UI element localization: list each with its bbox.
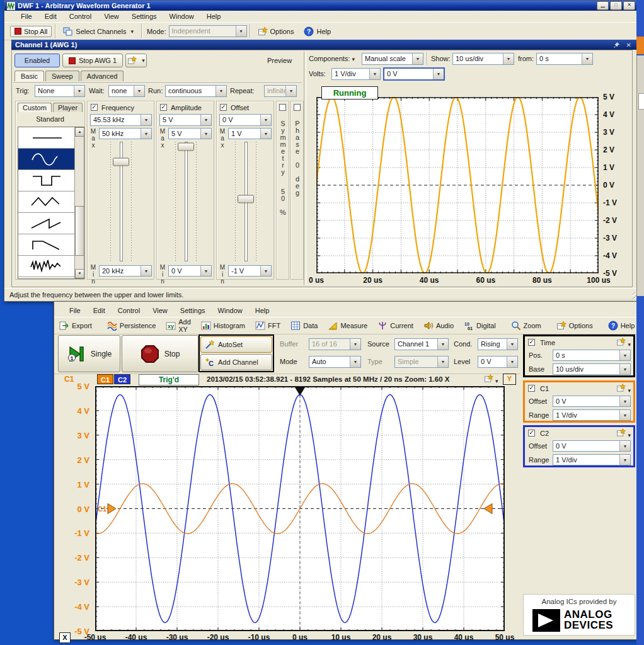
c2-settings-button[interactable] — [616, 428, 631, 438]
trig-select[interactable]: None — [35, 85, 85, 97]
data-button[interactable]: Data — [286, 319, 322, 333]
audio-button[interactable]: Audio — [419, 319, 458, 333]
menu-item-help[interactable]: Help — [249, 305, 276, 316]
c2-checkbox[interactable] — [528, 430, 535, 437]
time-pos-select[interactable]: 0 s — [553, 350, 631, 361]
select-channels-button[interactable]: Select Channels — [59, 25, 138, 38]
run-select[interactable]: continuous — [165, 85, 227, 97]
tab-player[interactable]: Player — [53, 103, 83, 112]
c1-range-select[interactable]: 1 V/div — [553, 409, 631, 421]
from-select[interactable]: 0 s — [536, 53, 593, 65]
export-button[interactable]: Export — [55, 319, 96, 333]
panel-close-icon[interactable]: ✕ — [626, 42, 631, 49]
waveform-list[interactable]: ▲ ▼ — [18, 127, 84, 279]
x-axis-button[interactable]: X — [59, 632, 71, 643]
enabled-toggle-button[interactable]: Enabled — [14, 54, 60, 67]
amplitude-min-select[interactable]: 0 V — [168, 265, 212, 277]
scale-mode-select[interactable]: Manual scale — [362, 53, 423, 65]
close-button[interactable]: ✕ — [623, 1, 635, 10]
waveform-item-triangle[interactable] — [18, 191, 75, 213]
frequency-checkbox[interactable] — [91, 104, 98, 111]
tab-c2[interactable]: C2 — [114, 374, 130, 384]
menu-item-edit[interactable]: Edit — [38, 11, 63, 21]
amplitude-slider[interactable] — [171, 142, 200, 261]
zoom-button[interactable]: Zoom — [507, 319, 546, 333]
menu-item-window[interactable]: Window — [212, 305, 249, 316]
volts-select[interactable]: 1 V/div — [331, 68, 381, 80]
amplitude-value-select[interactable]: 5 V — [159, 114, 212, 126]
amplitude-max-select[interactable]: 5 V — [168, 128, 212, 139]
tab-sweep[interactable]: Sweep — [45, 71, 79, 81]
stop-awg1-button[interactable]: Stop AWG 1 — [62, 54, 123, 67]
symmetry-checkbox[interactable] — [279, 104, 286, 111]
histogram-button[interactable]: Histogram — [197, 319, 250, 333]
waveform-item-ramp-up[interactable] — [18, 213, 75, 234]
menu-item-view[interactable]: View — [146, 305, 174, 316]
options-button[interactable]: Options — [552, 319, 597, 333]
acq-mode-select[interactable]: Auto — [309, 356, 361, 368]
add-xy-button[interactable]: xyAdd XY — [161, 316, 195, 335]
mode-select[interactable]: Independent — [169, 25, 247, 37]
waveform-item-noise[interactable] — [18, 256, 75, 277]
menu-item-edit[interactable]: Edit — [87, 305, 112, 316]
level-select[interactable]: 0 V — [478, 356, 518, 368]
frequency-value-select[interactable]: 45.53 kHz — [90, 114, 152, 126]
fft-button[interactable]: FFT — [251, 319, 285, 333]
time-checkbox[interactable] — [528, 339, 535, 346]
tab-basic[interactable]: Basic — [14, 71, 44, 81]
add-channel-button[interactable]: C Add Channel — [200, 354, 272, 370]
maximize-button[interactable]: □ — [610, 1, 622, 10]
time-settings-button[interactable] — [616, 338, 631, 348]
help-button[interactable]: ?Help — [604, 319, 640, 333]
tab-advanced[interactable]: Advanced — [81, 71, 124, 81]
frequency-slider-thumb[interactable] — [113, 158, 129, 166]
buffer-select[interactable]: 16 of 16 — [309, 338, 361, 350]
persistence-button[interactable]: Persistence — [103, 319, 160, 333]
offset-value-select[interactable]: 0 V — [219, 114, 272, 126]
frequency-slider[interactable] — [106, 142, 135, 261]
cond-select[interactable]: Rising — [478, 338, 518, 350]
offset-max-select[interactable]: 1 V — [228, 128, 272, 139]
c1-checkbox[interactable] — [528, 385, 535, 392]
pin-icon[interactable] — [613, 42, 620, 49]
minimize-button[interactable]: ▁ — [597, 1, 609, 10]
scroll-up-icon[interactable]: ▲ — [75, 127, 84, 137]
components-dropdown[interactable]: Components: — [309, 55, 355, 62]
tab-c1[interactable]: C1 — [97, 374, 113, 384]
volts-offset-select[interactable]: 0 V — [384, 68, 444, 80]
scope-plot[interactable]: C1 — [95, 386, 505, 631]
menu-item-window[interactable]: Window — [163, 11, 200, 21]
time-base-select[interactable]: 10 us/div — [553, 363, 631, 375]
source-select[interactable]: Channel 1 — [394, 338, 449, 350]
offset-checkbox[interactable] — [220, 104, 227, 111]
scroll-down-icon[interactable]: ▼ — [75, 269, 84, 278]
offset-slider-thumb[interactable] — [238, 195, 254, 203]
type-select[interactable]: Simple — [394, 356, 449, 368]
menu-item-control[interactable]: Control — [63, 11, 98, 21]
repeat-select[interactable]: infinite — [264, 85, 297, 97]
current-button[interactable]: Current — [373, 319, 418, 333]
show-select[interactable]: 10 us/div — [452, 53, 514, 65]
options-button[interactable]: Options — [253, 25, 299, 38]
y-axis-button[interactable]: Y — [503, 374, 516, 385]
offset-slider[interactable] — [231, 142, 260, 261]
measure-button[interactable]: Measure — [323, 319, 372, 333]
c2-range-select[interactable]: 1 V/div — [553, 454, 631, 465]
waveform-item-ramp-down[interactable] — [18, 234, 75, 256]
c1-settings-button[interactable] — [616, 384, 631, 394]
amplitude-checkbox[interactable] — [160, 104, 167, 111]
digital-button[interactable]: 1001Digital — [459, 319, 500, 333]
waveform-item-sine[interactable] — [18, 149, 75, 170]
scope-stop-button[interactable]: Stop — [122, 335, 198, 372]
frequency-min-select[interactable]: 20 kHz — [99, 265, 152, 277]
waveform-list-scrollbar[interactable]: ▲ ▼ — [74, 127, 84, 278]
c1-offset-select[interactable]: 0 V — [553, 396, 631, 407]
channel-panel-header[interactable]: Channel 1 (AWG 1) ✕ — [11, 40, 636, 50]
waveform-item-square[interactable] — [18, 170, 75, 191]
waveform-item-dc[interactable] — [18, 127, 75, 149]
menu-item-help[interactable]: Help — [200, 11, 227, 21]
offset-min-select[interactable]: -1 V — [228, 265, 272, 277]
awg-preview-plot[interactable] — [316, 97, 599, 273]
channel-settings-button[interactable] — [125, 54, 147, 67]
menu-item-settings[interactable]: Settings — [125, 11, 163, 21]
